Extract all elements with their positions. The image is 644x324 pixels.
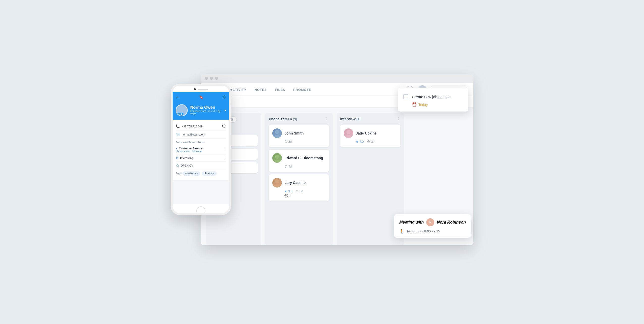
dropdown-label: Create new job posting: [412, 95, 450, 99]
contact-name: Norma Owen: [190, 105, 222, 110]
card-meta: ★ 4.0 ⏱ 3d: [344, 140, 397, 144]
email-icon: ✉️: [176, 132, 180, 136]
meeting-with-label: Meeting with: [399, 220, 424, 225]
avatar-lary: [272, 178, 282, 187]
phone-body: 📞 +31 765 728 019 💬 ✉️ norma@owen.com Jo…: [173, 120, 229, 180]
card-time: ⏱ 3d: [296, 190, 303, 193]
dropdown-card: Create new job posting ⏰ Today: [398, 88, 468, 112]
cv-label: OPEN CV: [181, 164, 193, 167]
more-options-icon[interactable]: ⋮: [222, 95, 226, 99]
phone-contact: 4.5 ★ Norma Owen Imported from LinkedIn …: [173, 102, 229, 120]
svg-point-2: [275, 155, 279, 159]
tags-row: Tags Amsterdam Potential: [176, 169, 226, 178]
phone-number-left: 📞 +31 765 728 019: [176, 124, 203, 128]
nav-tab-notes[interactable]: NOTES: [254, 87, 267, 93]
avatar-jade: [344, 128, 353, 138]
dropdown-checkbox[interactable]: [403, 94, 408, 99]
dropdown-time: ⏰ Today: [403, 102, 463, 107]
nav-tab-files[interactable]: FILES: [275, 87, 285, 93]
job-title-text: Customer Service: [179, 147, 203, 150]
walk-icon: 🚶: [399, 229, 404, 234]
candidate-name-john-smith: John Smith: [284, 131, 304, 135]
jobs-section-title: Jobs and Talent Pools: [176, 139, 226, 145]
phone-header: ← 🔖 ⋮: [173, 92, 229, 102]
talent-pool-interesting[interactable]: ⚙ Interesting ⋮: [176, 154, 226, 162]
column-phone-screen: Phone screen (3) ⋮ John Smith ⏱ 3d: [265, 113, 333, 245]
meeting-person-name: Nora Robinson: [437, 220, 466, 225]
bookmark-icon[interactable]: 🔖: [199, 95, 203, 99]
column-menu-icon[interactable]: ⋮: [396, 116, 400, 122]
card-person: Edward S. Hloomstong: [272, 153, 326, 163]
card-rating: ★ 3.0: [284, 190, 292, 193]
talent-icon: ⚙: [176, 156, 179, 160]
card-person: John Smith: [272, 128, 326, 138]
phone-contact-info: Norma Owen Imported from LinkedIn by Wil…: [190, 105, 222, 115]
candidate-card-john-smith[interactable]: John Smith ⏱ 3d: [269, 125, 329, 147]
job-title: ● Customer Service: [176, 147, 203, 150]
card-time: ⏱ 3d: [284, 140, 292, 144]
email-row: ✉️ norma@owen.com: [176, 130, 226, 139]
job-item-customer-service[interactable]: ● Customer Service Phone screen Intervie…: [176, 145, 226, 154]
svg-point-8: [179, 107, 184, 111]
browser-dot-yellow: [210, 77, 213, 80]
clock-icon: ⏰: [412, 102, 417, 107]
expand-icon[interactable]: ▾: [224, 108, 226, 112]
phone-number: +31 765 728 019: [182, 125, 203, 128]
card-meta: ⏱ 3d: [272, 140, 326, 144]
phone-screen-count: (3): [293, 117, 297, 121]
browser-dot-red: [205, 77, 208, 80]
phone-icon: 📞: [176, 124, 180, 128]
tag-amsterdam[interactable]: Amsterdam: [182, 171, 200, 176]
candidate-name-jade: Jade Upkins: [356, 131, 377, 135]
comment-count: 💬 1: [284, 194, 326, 198]
candidate-card-edward[interactable]: Edward S. Hloomstong ⏱ 3d: [269, 150, 329, 172]
card-rating: ★ 4.0: [356, 140, 364, 144]
open-cv-button[interactable]: 📎 OPEN CV: [176, 162, 226, 169]
linkedin-link[interactable]: LinkedIn: [207, 110, 217, 113]
avatar-edward: [272, 153, 282, 163]
column-menu-icon[interactable]: ⋮: [325, 116, 329, 122]
email-address: norma@owen.com: [182, 133, 205, 136]
tag-potential[interactable]: Potential: [202, 171, 217, 176]
nav-tab-promote[interactable]: PROMOTE: [293, 87, 311, 93]
meeting-card: Meeting with N Nora Robinson 🚶 Tomorrow,…: [394, 214, 471, 238]
candidate-name-edward: Edward S. Hloomstong: [284, 156, 323, 160]
message-icon[interactable]: 💬: [222, 124, 226, 128]
svg-point-4: [275, 179, 279, 183]
rating-badge: 4.5 ★: [176, 113, 183, 116]
contact-sub: Imported from LinkedIn by Willy: [190, 110, 222, 115]
phone-screen-title: Phone screen (3): [269, 117, 297, 121]
svg-point-5: [274, 184, 280, 187]
talent-name: Interesting: [180, 156, 193, 159]
paperclip-icon: 📎: [176, 164, 179, 167]
job-info: ● Customer Service Phone screen Intervie…: [176, 147, 203, 153]
nav-tab-activity[interactable]: ACTIVITY: [230, 87, 247, 93]
job-dot-icon: ●: [176, 147, 177, 150]
email-left: ✉️ norma@owen.com: [176, 132, 205, 136]
phone-device: ← 🔖 ⋮ 4.5 ★ Norma Owen Imported from Lin…: [171, 84, 231, 215]
svg-point-3: [274, 160, 280, 163]
job-stage: Phone screen Interview: [176, 150, 203, 153]
job-more-icon[interactable]: ⋮: [223, 147, 226, 151]
svg-point-6: [346, 130, 351, 134]
card-meta: ★ 3.0 ⏱ 3d: [272, 190, 326, 193]
dropdown-item-new-posting[interactable]: Create new job posting: [403, 92, 463, 101]
card-person: Lary Castillo: [272, 178, 326, 187]
svg-point-7: [345, 135, 352, 138]
candidate-card-jade[interactable]: Jade Upkins ★ 4.0 ⏱ 3d: [340, 125, 400, 147]
card-time: ⏱ 3d: [367, 140, 374, 144]
talent-more-icon[interactable]: ⋮: [223, 156, 226, 160]
candidate-card-lary[interactable]: Lary Castillo ★ 3.0 ⏱ 3d 💬 1: [269, 174, 329, 201]
front-camera: [194, 88, 196, 90]
home-button[interactable]: [196, 206, 205, 215]
card-time: ⏱ 3d: [284, 165, 292, 168]
interview-count: (1): [357, 117, 361, 121]
phone-speaker: [198, 89, 208, 90]
card-person: Jade Upkins: [344, 128, 397, 138]
meeting-header: Meeting with N Nora Robinson: [399, 218, 466, 226]
meeting-time-text: Tomorrow, 08:00 - 9:15: [406, 229, 440, 233]
column-header-phone-screen: Phone screen (3) ⋮: [269, 116, 329, 122]
contact-avatar: 4.5 ★: [176, 104, 188, 116]
card-comments: 💬 1: [272, 194, 326, 198]
back-icon[interactable]: ←: [176, 94, 180, 100]
